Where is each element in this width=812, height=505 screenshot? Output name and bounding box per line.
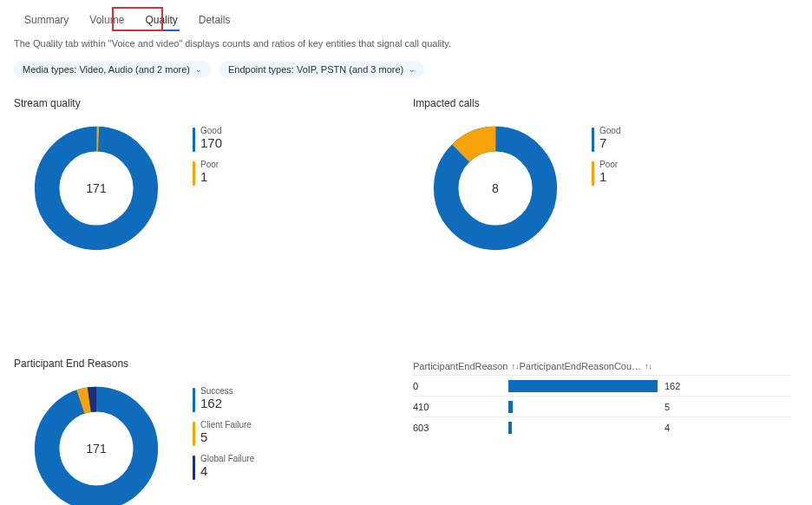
legend-item[interactable]: Global Failure 4 — [193, 455, 254, 480]
legend-impacted-calls: Good 7 Poor 1 — [592, 127, 620, 186]
legend-color-swatch — [193, 422, 195, 446]
sort-icon: ↑↓ — [645, 362, 652, 371]
cell-reason: 0 — [413, 381, 508, 391]
legend-label: Poor — [599, 161, 618, 169]
legend-value: 1 — [599, 169, 618, 185]
legend-label: Global Failure — [200, 455, 254, 463]
legend-label: Good — [599, 127, 620, 135]
filter-endpoint-label: Endpoint types: VoIP, PSTN (and 3 more) — [228, 64, 403, 75]
column-label: ParticipantEndReasonCou… — [519, 361, 641, 371]
donut-total: 171 — [31, 123, 161, 253]
panel-participant-end-reasons: Participant End Reasons 171 Success 162 — [14, 357, 399, 505]
legend-item[interactable]: Client Failure 5 — [193, 421, 254, 446]
legend-value: 162 — [200, 396, 233, 411]
legend-label: Good — [200, 127, 222, 135]
legend-color-swatch — [193, 128, 195, 152]
legend-color-swatch — [592, 161, 594, 186]
legend-item[interactable]: Poor 1 — [193, 161, 222, 186]
legend-label: Client Failure — [200, 421, 252, 430]
table-row[interactable]: 6034 — [413, 416, 791, 437]
sort-icon: ↑↓ — [511, 362, 519, 371]
tab-quality[interactable]: Quality — [134, 9, 187, 31]
filter-endpoint-types[interactable]: Endpoint types: VoIP, PSTN (and 3 more) … — [219, 61, 424, 78]
legend-color-swatch — [592, 128, 594, 152]
cell-count: 4 — [665, 423, 699, 433]
panel-title: Stream quality — [14, 97, 392, 109]
legend-color-swatch — [193, 388, 195, 412]
panel-title: Impacted calls — [413, 97, 791, 109]
column-header-reason[interactable]: ParticipantEndReason ↑↓ — [413, 361, 519, 371]
panel-title: Participant End Reasons — [14, 357, 392, 370]
chevron-down-icon: ⌄ — [409, 65, 416, 74]
table-row[interactable]: 4105 — [413, 396, 791, 416]
panel-impacted-calls: Impacted calls 8 Good 7 — [413, 97, 798, 253]
donut-total: 171 — [31, 384, 161, 505]
panel-stream-quality: Stream quality 171 Good 170 — [14, 97, 399, 253]
legend-label: Poor — [200, 161, 219, 169]
legend-participant-end: Success 162 Client Failure 5 Global Fail… — [193, 387, 254, 480]
legend-value: 4 — [200, 463, 254, 479]
filter-media-types[interactable]: Media types: Video, Audio (and 2 more) ⌄ — [14, 61, 211, 78]
panel-end-reason-table: ParticipantEndReason ↑↓ ParticipantEndRe… — [413, 357, 798, 505]
legend-item[interactable]: Success 162 — [193, 387, 254, 412]
tab-volume[interactable]: Volume — [79, 9, 134, 31]
donut-stream-quality[interactable]: 171 — [31, 123, 161, 253]
chevron-down-icon: ⌄ — [195, 65, 202, 74]
cell-reason: 410 — [413, 402, 508, 412]
legend-value: 5 — [200, 430, 252, 445]
cell-count: 162 — [665, 381, 699, 391]
tab-summary[interactable]: Summary — [14, 9, 79, 31]
filter-media-label: Media types: Video, Audio (and 2 more) — [23, 64, 190, 75]
bar-chart-cell — [508, 422, 658, 434]
tab-details[interactable]: Details — [188, 9, 241, 31]
tab-description: The Quality tab within "Voice and video"… — [14, 38, 798, 49]
cell-reason: 603 — [413, 423, 508, 433]
bar-chart-cell — [508, 401, 658, 413]
bar-chart-cell — [508, 380, 658, 392]
legend-item[interactable]: Good 7 — [592, 127, 620, 152]
legend-value: 170 — [200, 135, 222, 151]
legend-item[interactable]: Good 170 — [193, 127, 222, 152]
donut-impacted-calls[interactable]: 8 — [430, 123, 560, 253]
legend-value: 7 — [599, 135, 620, 151]
cell-count: 5 — [665, 402, 699, 412]
legend-color-swatch — [193, 161, 195, 186]
column-header-count[interactable]: ParticipantEndReasonCou… ↑↓ — [519, 361, 791, 371]
legend-value: 1 — [200, 169, 219, 185]
column-label: ParticipantEndReason — [413, 361, 508, 371]
table-header: ParticipantEndReason ↑↓ ParticipantEndRe… — [413, 357, 791, 375]
legend-label: Success — [200, 387, 233, 396]
donut-total: 8 — [430, 123, 560, 253]
legend-item[interactable]: Poor 1 — [592, 161, 620, 186]
legend-color-swatch — [193, 456, 195, 480]
donut-participant-end[interactable]: 171 — [31, 384, 161, 505]
table-row[interactable]: 0162 — [413, 375, 791, 396]
tab-bar: Summary Volume Quality Details — [14, 9, 798, 31]
filter-bar: Media types: Video, Audio (and 2 more) ⌄… — [14, 61, 798, 78]
legend-stream-quality: Good 170 Poor 1 — [193, 127, 222, 186]
